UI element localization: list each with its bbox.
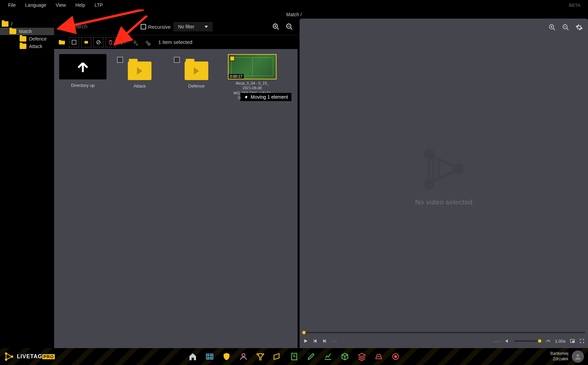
menu-bar: File Language View Help LTP BETA [0, 0, 588, 10]
svg-point-48 [577, 354, 579, 357]
add-more-button[interactable]: ... [118, 37, 128, 47]
deselect-button[interactable] [93, 37, 103, 47]
item-checkbox[interactable] [174, 57, 180, 63]
up-arrow-icon [59, 54, 107, 79]
volume-slider[interactable] [514, 340, 541, 342]
speed-gauge-icon[interactable] [545, 338, 551, 344]
cell-label: Directory up [71, 83, 95, 88]
select-all-button[interactable] [69, 37, 79, 47]
nav-home[interactable] [188, 352, 197, 361]
svg-line-24 [567, 28, 569, 30]
play-logo-icon [419, 144, 469, 194]
time-total: --:-- [494, 339, 501, 344]
step-back-button[interactable] [312, 338, 318, 344]
nav-3d[interactable] [340, 352, 349, 361]
cell-label: Defence [188, 83, 205, 89]
menu-help[interactable]: Help [71, 2, 90, 8]
pip-button[interactable] [570, 338, 575, 344]
video-thumbnail: 0:00:17 [228, 54, 277, 79]
clip-duration: 0:00:17 [229, 74, 244, 79]
move-cancel-button[interactable] [142, 37, 152, 47]
tree-attack[interactable]: Attack [0, 43, 54, 50]
playback-speed: 1.00x [555, 339, 566, 344]
select-folders-button[interactable] [81, 37, 91, 47]
move-check-button[interactable] [130, 37, 140, 47]
svg-line-31 [548, 341, 549, 342]
breadcrumb: Match / [0, 10, 588, 19]
zoom-in-button[interactable] [271, 21, 281, 32]
nav-shield[interactable] [222, 352, 231, 361]
search-input[interactable] [70, 21, 138, 32]
svg-point-42 [242, 354, 245, 357]
new-folder-button[interactable] [57, 37, 67, 47]
delete-button[interactable] [105, 37, 116, 47]
fullscreen-button[interactable] [579, 338, 585, 344]
user-info[interactable]: Bartłomiej Zdrzałek [550, 350, 584, 363]
avatar-icon [574, 352, 582, 361]
nav-stats[interactable] [324, 352, 332, 361]
directory-up[interactable]: Directory up [57, 54, 108, 88]
nav-record[interactable] [391, 352, 400, 361]
brand-text: LIVETAGPRO [17, 354, 55, 360]
file-browser: Recursive No filter [54, 19, 298, 348]
brand-logo[interactable]: LIVETAGPRO [4, 351, 55, 362]
nav-user[interactable] [239, 352, 248, 361]
svg-rect-12 [85, 41, 88, 44]
clip-line: 2021-09-08 [233, 86, 271, 90]
filter-dropdown[interactable]: No filter [173, 22, 213, 31]
chevron-down-icon [205, 26, 208, 28]
selected-check-icon[interactable] [230, 56, 235, 61]
browser-toolbar: Recursive No filter [54, 19, 298, 35]
nav-video[interactable] [205, 352, 214, 361]
player-zoom-in[interactable] [547, 22, 558, 33]
mute-button[interactable] [505, 338, 510, 344]
nav-tag[interactable] [273, 352, 282, 361]
no-video-text: No video selected [415, 198, 472, 206]
svg-point-36 [5, 359, 7, 361]
zoom-out-button[interactable] [284, 21, 295, 32]
selection-toolbar: ... 1 item selected [54, 35, 298, 49]
svg-point-27 [454, 165, 463, 173]
nav-trophy[interactable] [256, 352, 265, 361]
play-button[interactable] [303, 338, 308, 344]
tree-label: / [11, 21, 13, 27]
folder-icon [20, 36, 26, 42]
menu-language[interactable]: Language [21, 2, 51, 8]
avatar[interactable] [572, 350, 584, 363]
brand-icon [4, 351, 14, 362]
folder-defence[interactable]: Defence [171, 54, 222, 89]
recursive-checkbox[interactable]: Recursive [141, 24, 171, 30]
item-checkbox[interactable] [117, 57, 123, 63]
tree-defence[interactable]: Defence [0, 35, 54, 43]
svg-line-9 [290, 28, 292, 30]
nav-pitch[interactable] [374, 352, 383, 361]
step-forward-button[interactable] [322, 338, 327, 344]
nav-draw[interactable] [307, 352, 315, 361]
svg-line-20 [553, 28, 555, 30]
nav-layers[interactable] [357, 352, 366, 361]
clip-line: Akcja_5_04 - 5_19_ [233, 81, 271, 86]
folder-icon [128, 62, 151, 80]
grab-icon [244, 95, 249, 99]
drag-tooltip: Moving 1 element [240, 93, 291, 101]
menu-view[interactable]: View [51, 2, 71, 8]
folder-icon [20, 44, 26, 49]
svg-point-47 [394, 356, 397, 358]
scrubber[interactable] [300, 331, 588, 334]
player-settings[interactable] [574, 22, 585, 33]
player-zoom-out[interactable] [560, 22, 571, 33]
svg-point-28 [425, 179, 433, 188]
folder-attack[interactable]: Attack [114, 54, 165, 89]
tree-root[interactable]: / [0, 20, 54, 28]
nav-notes[interactable] [290, 352, 299, 361]
folder-icon [9, 29, 16, 34]
filter-label: No filter [178, 24, 194, 29]
checkbox-icon [141, 24, 146, 29]
beta-tag: BETA [569, 3, 585, 8]
svg-line-18 [148, 43, 150, 45]
menu-file[interactable]: File [3, 2, 21, 8]
svg-point-26 [425, 150, 433, 159]
menu-ltp[interactable]: LTP [90, 2, 108, 8]
import-button[interactable] [57, 21, 68, 32]
tree-match[interactable]: Match [0, 28, 54, 35]
